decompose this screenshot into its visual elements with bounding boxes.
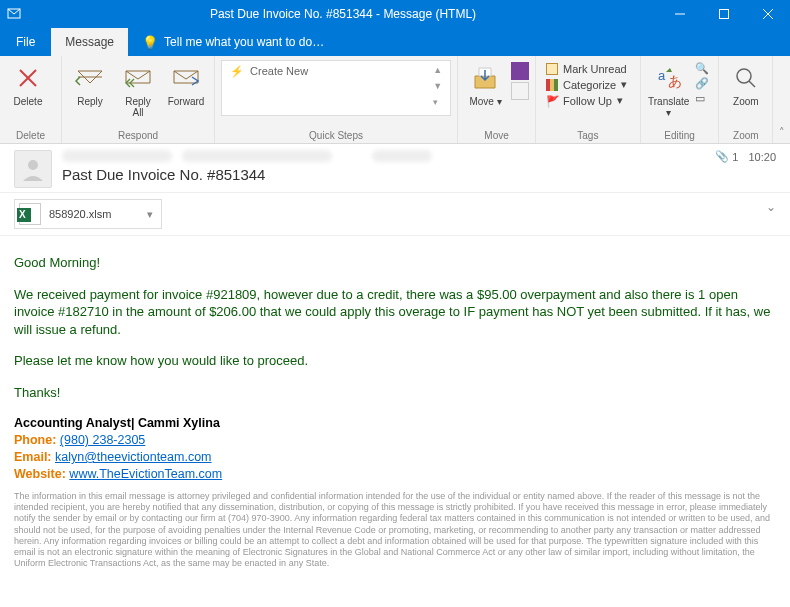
sig-email[interactable]: kalyn@theevictionteam.com bbox=[55, 450, 212, 464]
translate-icon: aあ bbox=[656, 62, 682, 94]
lightning-icon: ⚡ bbox=[230, 65, 244, 78]
quickstep-create: Create New bbox=[250, 65, 308, 77]
reply-icon bbox=[76, 62, 104, 94]
translate-button[interactable]: aあ Translate▾ bbox=[647, 60, 691, 120]
svg-text:a: a bbox=[658, 68, 666, 83]
body-p3: Thanks! bbox=[14, 384, 776, 402]
attachment-dropdown-icon[interactable]: ▾ bbox=[147, 208, 153, 221]
flag-icon: 🚩 bbox=[546, 95, 558, 107]
mark-unread-button[interactable]: Mark Unread bbox=[542, 62, 634, 76]
sig-title: Accounting Analyst| Cammi Xylina bbox=[14, 416, 220, 430]
sender-email-redacted bbox=[182, 150, 332, 162]
reply-all-icon bbox=[124, 62, 152, 94]
group-label-quicksteps: Quick Steps bbox=[221, 128, 451, 141]
body-greeting: Good Morning! bbox=[14, 254, 776, 272]
signature-block: Accounting Analyst| Cammi Xylina Phone: … bbox=[14, 415, 776, 483]
attachment-indicator: 📎1 bbox=[715, 150, 738, 163]
group-label-zoom: Zoom bbox=[725, 128, 766, 141]
quicksteps-gallery[interactable]: ⚡ Create New ▲ ▼ ▾ bbox=[221, 60, 451, 116]
message-body: Good Morning! We received payment for in… bbox=[0, 236, 790, 580]
group-label-tags: Tags bbox=[542, 128, 634, 141]
message-tab[interactable]: Message bbox=[51, 28, 128, 56]
expand-icon[interactable]: ▾ bbox=[433, 97, 442, 107]
bulb-icon: 💡 bbox=[142, 35, 158, 50]
svg-point-9 bbox=[737, 69, 751, 83]
maximize-button[interactable] bbox=[702, 0, 746, 28]
group-label-respond: Respond bbox=[68, 128, 208, 141]
sender-name-redacted bbox=[62, 150, 172, 162]
forward-icon bbox=[172, 62, 200, 94]
zoom-button[interactable]: Zoom bbox=[725, 60, 766, 109]
sig-website-label: Website: bbox=[14, 467, 66, 481]
categorize-button[interactable]: Categorize ▾ bbox=[542, 77, 634, 92]
close-button[interactable] bbox=[746, 0, 790, 28]
paperclip-icon: 📎 bbox=[715, 150, 729, 163]
sender-avatar bbox=[14, 150, 52, 188]
app-icon bbox=[0, 6, 28, 23]
reply-all-button[interactable]: Reply All bbox=[116, 60, 160, 120]
group-label-delete: Delete bbox=[6, 128, 55, 141]
move-button[interactable]: Move ▾ bbox=[464, 60, 507, 109]
ribbon: Delete Delete Reply Reply All Forward Re… bbox=[0, 56, 790, 144]
attachment-filename: 858920.xlsm bbox=[49, 208, 111, 220]
excel-icon bbox=[19, 203, 41, 225]
svg-rect-2 bbox=[720, 10, 729, 19]
group-label-move: Move bbox=[464, 128, 529, 141]
window-title: Past Due Invoice No. #851344 - Message (… bbox=[28, 7, 658, 21]
minimize-button[interactable] bbox=[658, 0, 702, 28]
attachment-row: 858920.xlsm ▾ bbox=[0, 193, 790, 236]
sig-phone-label: Phone: bbox=[14, 433, 56, 447]
sig-website[interactable]: www.TheEvictionTeam.com bbox=[69, 467, 222, 481]
chevron-up-icon[interactable]: ▲ bbox=[433, 65, 442, 75]
ribbon-collapse[interactable]: ˄ bbox=[773, 56, 790, 143]
zoom-icon bbox=[734, 62, 758, 94]
delete-button[interactable]: Delete bbox=[6, 60, 50, 109]
body-p1: We received payment for invoice #921809,… bbox=[14, 286, 776, 339]
chevron-down-icon[interactable]: ▼ bbox=[433, 81, 442, 91]
subject-line: Past Due Invoice No. #851344 bbox=[62, 164, 715, 183]
menu-strip: File Message 💡 Tell me what you want to … bbox=[0, 28, 790, 56]
tell-me-search[interactable]: 💡 Tell me what you want to do… bbox=[128, 35, 324, 50]
svg-line-10 bbox=[749, 81, 755, 87]
forward-button[interactable]: Forward bbox=[164, 60, 208, 120]
svg-point-11 bbox=[28, 160, 38, 170]
related-icon[interactable]: 🔗 bbox=[695, 77, 709, 90]
followup-button[interactable]: 🚩Follow Up ▾ bbox=[542, 93, 634, 108]
sig-phone[interactable]: (980) 238-2305 bbox=[60, 433, 145, 447]
envelope-icon bbox=[546, 63, 558, 75]
from-line bbox=[62, 150, 715, 164]
disclaimer-text: The information in this email message is… bbox=[14, 483, 776, 570]
title-bar: Past Due Invoice No. #851344 - Message (… bbox=[0, 0, 790, 28]
reply-button[interactable]: Reply bbox=[68, 60, 112, 120]
received-time: 10:20 bbox=[748, 151, 776, 163]
move-icon bbox=[473, 62, 499, 94]
attachment-chip[interactable]: 858920.xlsm ▾ bbox=[14, 199, 162, 229]
group-label-editing: Editing bbox=[647, 128, 713, 141]
svg-text:あ: あ bbox=[668, 73, 682, 89]
find-icon[interactable]: 🔍 bbox=[695, 62, 709, 75]
body-p2: Please let me know how you would like to… bbox=[14, 352, 776, 370]
categorize-icon bbox=[546, 79, 558, 91]
message-header: Past Due Invoice No. #851344 📎1 10:20 bbox=[0, 144, 790, 193]
recipient-redacted bbox=[372, 150, 432, 162]
file-tab[interactable]: File bbox=[0, 28, 51, 56]
header-expand-chevron[interactable]: ⌄ bbox=[766, 200, 776, 214]
actions-icon[interactable] bbox=[511, 82, 529, 100]
onenote-icon[interactable] bbox=[511, 62, 529, 80]
select-icon[interactable]: ▭ bbox=[695, 92, 709, 105]
sig-email-label: Email: bbox=[14, 450, 52, 464]
tell-me-text: Tell me what you want to do… bbox=[164, 35, 324, 49]
delete-icon bbox=[16, 62, 40, 94]
